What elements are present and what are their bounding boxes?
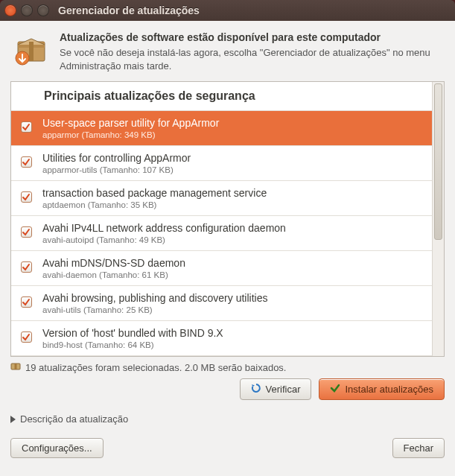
list-item-text: Avahi browsing, publishing and discovery…	[42, 292, 267, 314]
apply-icon	[330, 383, 340, 396]
update-list[interactable]: Principais atualizações de segurança Use…	[11, 82, 432, 356]
content-area: Atualizações de software estão disponíve…	[0, 21, 455, 476]
package-subtitle: avahi-daemon (Tamanho: 61 KB)	[42, 270, 185, 279]
close-button[interactable]: Fechar	[392, 438, 445, 458]
refresh-icon	[251, 383, 261, 396]
header-text: Atualizações de software estão disponíve…	[60, 31, 442, 72]
check-button-label: Verificar	[266, 384, 301, 395]
checkbox-cell	[17, 222, 35, 238]
update-list-container: Principais atualizações de segurança Use…	[10, 81, 445, 357]
download-icon	[10, 361, 21, 374]
list-item[interactable]: Utilities for controlling AppArmorapparm…	[11, 146, 432, 181]
list-item-text: transaction based package management ser…	[42, 187, 267, 209]
checkbox[interactable]	[21, 156, 32, 168]
checkbox[interactable]	[21, 121, 32, 133]
svg-rect-5	[15, 364, 17, 369]
list-item-text: Avahi mDNS/DNS-SD daemonavahi-daemon (Ta…	[42, 257, 185, 279]
install-button[interactable]: Instalar atualizações	[319, 378, 445, 400]
list-item[interactable]: User-space parser utility for AppArmorap…	[11, 111, 432, 146]
expander-label: Descrição da atualização	[20, 413, 128, 425]
install-button-label: Instalar atualizações	[345, 384, 433, 395]
header: Atualizações de software estão disponíve…	[0, 21, 455, 78]
package-title: User-space parser utility for AppArmor	[42, 117, 219, 129]
settings-button-label: Configurações...	[22, 442, 92, 454]
package-subtitle: avahi-utils (Tamanho: 25 KB)	[42, 305, 267, 314]
checkbox[interactable]	[21, 261, 32, 273]
list-item-text: Avahi IPv4LL network address configurati…	[42, 222, 286, 244]
check-button[interactable]: Verificar	[240, 378, 312, 400]
status-text: 19 atualizações foram selecionadas. 2.0 …	[25, 362, 286, 373]
window-minimize-button[interactable]	[21, 4, 33, 16]
package-title: Avahi mDNS/DNS-SD daemon	[42, 257, 185, 269]
package-title: transaction based package management ser…	[42, 187, 267, 199]
package-title: Version of 'host' bundled with BIND 9.X	[42, 327, 223, 339]
window-close-button[interactable]	[4, 4, 16, 16]
checkbox[interactable]	[21, 296, 32, 308]
settings-button[interactable]: Configurações...	[10, 438, 104, 458]
status-line: 19 atualizações foram selecionadas. 2.0 …	[0, 360, 455, 377]
list-item[interactable]: Avahi IPv4LL network address configurati…	[11, 216, 432, 251]
checkbox-cell	[17, 152, 35, 168]
list-item[interactable]: Version of 'host' bundled with BIND 9.Xb…	[11, 321, 432, 356]
list-item[interactable]: Avahi browsing, publishing and discovery…	[11, 286, 432, 321]
list-item[interactable]: Avahi mDNS/DNS-SD daemonavahi-daemon (Ta…	[11, 251, 432, 286]
scrollbar-thumb[interactable]	[434, 83, 442, 240]
package-subtitle: avahi-autoipd (Tamanho: 49 KB)	[42, 235, 286, 244]
checkbox-cell	[17, 292, 35, 308]
checkbox[interactable]	[21, 226, 32, 238]
package-title: Utilities for controlling AppArmor	[42, 152, 191, 164]
package-subtitle: bind9-host (Tamanho: 64 KB)	[42, 340, 223, 349]
window-title: Gerenciador de atualizações	[58, 4, 200, 16]
list-item-text: Version of 'host' bundled with BIND 9.Xb…	[42, 327, 223, 349]
list-item[interactable]: transaction based package management ser…	[11, 181, 432, 216]
checkbox-cell	[17, 327, 35, 343]
scrollbar[interactable]	[432, 82, 444, 356]
description-expander[interactable]: Descrição da atualização	[0, 407, 455, 434]
checkbox[interactable]	[21, 191, 32, 203]
list-item-text: Utilities for controlling AppArmorapparm…	[42, 152, 191, 174]
checkbox[interactable]	[21, 331, 32, 343]
window: Gerenciador de atualizações Atualizações…	[0, 0, 455, 476]
close-button-label: Fechar	[404, 442, 433, 454]
package-update-icon	[13, 31, 49, 67]
package-title: Avahi IPv4LL network address configurati…	[42, 222, 286, 234]
expander-triangle-icon	[10, 416, 16, 423]
section-header: Principais atualizações de segurança	[11, 82, 432, 111]
window-maximize-button[interactable]	[37, 4, 49, 16]
package-subtitle: aptdaemon (Tamanho: 35 KB)	[42, 200, 267, 209]
package-subtitle: apparmor (Tamanho: 349 KB)	[42, 130, 219, 139]
checkbox-cell	[17, 117, 35, 133]
checkbox-cell	[17, 187, 35, 203]
svg-rect-2	[29, 42, 34, 61]
package-title: Avahi browsing, publishing and discovery…	[42, 292, 267, 304]
package-subtitle: apparmor-utils (Tamanho: 107 KB)	[42, 165, 191, 174]
header-subtext: Se você não deseja instalá-las agora, es…	[60, 46, 442, 72]
titlebar[interactable]: Gerenciador de atualizações	[0, 0, 455, 21]
action-buttons: Verificar Instalar atualizações	[0, 377, 455, 407]
list-item-text: User-space parser utility for AppArmorap…	[42, 117, 219, 139]
footer: Configurações... Fechar	[0, 434, 455, 469]
header-heading: Atualizações de software estão disponíve…	[60, 31, 442, 43]
checkbox-cell	[17, 257, 35, 273]
